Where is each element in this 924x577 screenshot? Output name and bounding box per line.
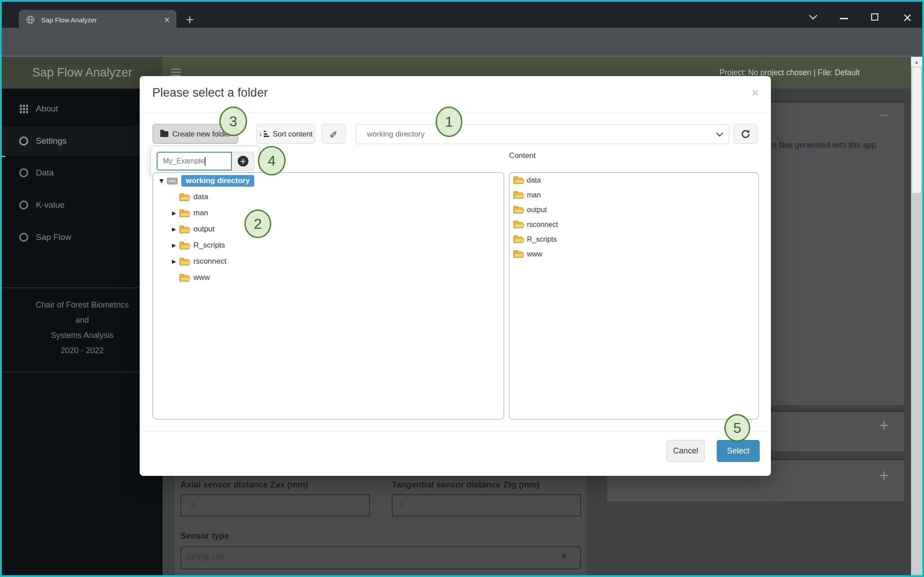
axial-distance-label: Axial sensor distance Zax (mm) [180,480,308,490]
tab-close-icon[interactable]: × [164,15,170,24]
folder-icon [513,206,524,214]
browser-window: Sap Flow Analyzer × + × ← → ↻ i 127.0.0.… [0,0,924,577]
sidebar-item-data[interactable]: Data [2,158,163,188]
sidebar-item-label: Sap Flow [36,232,71,242]
folder-icon [160,131,168,137]
tree-item-rsconnect[interactable]: ▶ rsconnect [153,253,504,269]
sidebar-item-label: About [36,104,58,114]
tangential-distance-label: Tangential sensor distance Ztg (mm) [392,480,539,490]
content-item-man[interactable]: man [509,188,758,202]
caret-right-icon[interactable]: ▶ [172,258,180,265]
folder-icon [513,250,524,258]
folder-icon [180,193,190,201]
create-folder-popover: My_Example + [150,146,260,176]
caret-right-icon[interactable]: ▶ [172,242,180,248]
window-close-icon[interactable]: × [903,12,912,23]
new-folder-name-input[interactable]: My_Example [157,152,232,171]
content-item-rsconnect[interactable]: rsconnect [509,217,758,232]
collapse-minus-icon[interactable] [879,115,888,116]
sidebar-footer-credits: Chair of Forest Biometrics and Systems A… [2,297,163,358]
tree-item-r-scripts[interactable]: ▶ R_scripts [153,237,504,253]
folder-icon [513,235,524,243]
directory-dropdown[interactable]: working directory [356,124,729,144]
rename-pencil-button[interactable]: ✎ [321,124,346,144]
modal-title: Please select a folder [152,86,268,100]
settings-form-dimmed: Axial sensor distance Zax (mm) Tangentia… [175,476,586,575]
folder-icon [513,221,524,228]
content-item-data[interactable]: data [509,173,758,188]
tree-item-working-directory[interactable]: ▼ working directory [153,173,504,189]
app-logo-band: Sap Flow Analyzer [2,57,163,89]
text-cursor [205,157,205,166]
plus-circle-icon: + [238,156,248,167]
content-panel-label: Content [509,151,536,160]
new-tab-button[interactable]: + [185,13,194,26]
pencil-icon: ✎ [329,128,338,139]
tree-item-man[interactable]: ▶ man [153,205,504,221]
folder-icon [180,209,190,217]
sensor-type-label: Sensor type [180,531,229,541]
sidebar-item-k-value[interactable]: K-value [2,190,163,220]
circle-icon [18,201,30,209]
expand-plus-icon[interactable]: + [878,467,890,483]
window-maximize-icon[interactable] [871,13,878,21]
folder-icon [513,176,524,184]
tangential-distance-input[interactable]: 5 [392,494,581,517]
circle-icon [18,168,30,177]
tree-item-data[interactable]: data [153,189,504,205]
content-item-output[interactable]: output [509,202,758,217]
folder-icon [513,191,524,199]
tree-item-www[interactable]: www [153,269,504,286]
folder-icon [180,242,190,249]
sidebar-item-label: Data [36,168,54,178]
annotation-circle-5: 5 [724,414,750,442]
annotation-circle-2: 2 [244,209,271,238]
caret-right-icon[interactable]: ▶ [172,210,180,216]
sidebar-divider [2,372,163,372]
tree-item-output[interactable]: ▶ output [153,221,504,237]
annotation-circle-3: 3 [219,107,247,136]
scrollbar-thumb[interactable] [912,68,921,193]
sidebar: About Settings Data K-value Sap Flow Cha… [2,89,163,575]
browser-titlebar: Sap Flow Analyzer × + × [2,2,922,28]
sort-content-button[interactable]: ↓ Sort content [256,124,315,144]
expand-plus-icon[interactable]: + [878,417,890,433]
circle-icon [18,137,30,145]
axial-distance-input[interactable]: 15 [180,494,370,517]
refresh-button[interactable] [733,124,757,144]
sidebar-item-sap-flow[interactable]: Sap Flow [2,222,163,252]
grid-icon [18,105,30,113]
sidebar-item-label: K-value [36,200,64,210]
modal-close-icon[interactable]: × [751,87,759,98]
cancel-button[interactable]: Cancel [667,440,705,462]
card-text-clipped: e files generated with this app. [772,141,878,150]
caret-down-icon[interactable]: ▼ [159,178,167,184]
sensor-type-select[interactable]: HFD8-100 [180,546,581,569]
select-button[interactable]: Select [717,440,760,462]
annotation-circle-4: 4 [258,146,286,175]
folder-select-modal: Please select a folder × Create new fold… [140,76,771,476]
window-restore-down-icon[interactable] [809,11,817,19]
caret-right-icon[interactable]: ▶ [172,226,180,232]
refresh-icon [740,128,751,140]
browser-toolbar: ← → ↻ i 127.0.0.1:7228 ☆ SC M [2,28,922,56]
sidebar-item-settings[interactable]: Settings [2,126,163,156]
scrollbar-up-arrow-icon[interactable]: ▲ [911,57,922,67]
globe-favicon-icon [26,15,35,24]
sidebar-item-about[interactable]: About [2,94,163,124]
app-title: Sap Flow Analyzer [32,66,133,80]
select-caret-down-icon: ▼ [562,553,566,560]
folder-tree-panel: ▼ working directory data ▶ man ▶ output … [153,172,504,419]
modal-footer-divider [140,431,771,432]
window-minimize-icon[interactable] [840,18,848,19]
content-item-r-scripts[interactable]: R_scripts [509,232,758,247]
confirm-create-folder-button[interactable]: + [232,152,254,171]
sort-icon: ↓ [259,129,270,138]
browser-tab[interactable]: Sap Flow Analyzer × [19,10,176,30]
content-panel: data man output rsconnect R_scripts www [509,172,759,419]
content-item-www[interactable]: www [509,247,758,261]
sidebar-divider [2,287,163,288]
sidebar-item-label: Settings [36,136,67,146]
folder-icon [180,274,190,282]
annotation-circle-1: 1 [436,107,462,137]
